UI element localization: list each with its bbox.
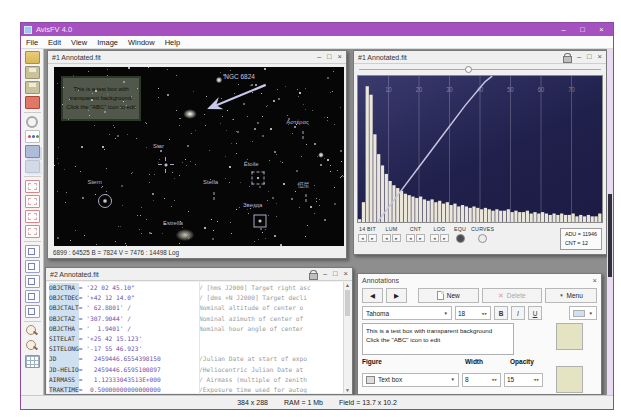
close-icon[interactable]: × [338, 53, 342, 61]
star-dot [261, 93, 262, 94]
copy-icon[interactable] [25, 145, 40, 158]
underline-button[interactable]: U [528, 306, 542, 320]
maximize-button[interactable]: □ [574, 24, 591, 35]
annotation-label[interactable]: Étoile [244, 161, 259, 167]
mdi-scrollbar[interactable] [607, 49, 613, 395]
rotate-icon[interactable] [26, 116, 38, 128]
save-as-icon[interactable] [25, 81, 40, 94]
menu-image[interactable]: Image [97, 38, 118, 47]
zoom-in-icon[interactable] [25, 325, 40, 338]
minimize-icon[interactable]: – [323, 270, 327, 278]
flip-horizontal-icon[interactable] [25, 195, 40, 208]
decrement-icon[interactable]: ◂ [358, 234, 367, 242]
close-icon[interactable]: × [598, 53, 602, 61]
menu-view[interactable]: View [71, 38, 87, 47]
zoom-width-icon[interactable] [25, 290, 40, 303]
decrement-icon[interactable]: ◂ [406, 234, 415, 242]
menu-button[interactable]: ▼ Menu [545, 288, 597, 303]
zoom-fit-icon[interactable] [25, 260, 40, 273]
resize-icon[interactable] [25, 180, 40, 193]
increment-icon[interactable]: ▸ [368, 234, 377, 242]
width-stepper[interactable]: 8 ◂▸ [462, 373, 501, 387]
font-size-stepper[interactable]: 18 ◂▸ [455, 306, 491, 320]
star-dot [340, 107, 341, 108]
star-dot [299, 207, 300, 208]
scroll-thumb[interactable] [345, 290, 350, 316]
slider-handle[interactable] [465, 66, 472, 73]
star-dot [306, 144, 307, 145]
spinner-arrows-icon[interactable]: ◂▸ [481, 311, 488, 316]
close-icon[interactable]: × [344, 270, 348, 278]
zoom-actual-icon[interactable] [25, 245, 40, 258]
annotation-label[interactable]: Stern [87, 179, 101, 185]
decrement-icon[interactable]: ◂ [382, 234, 391, 242]
bold-button[interactable]: B [494, 306, 508, 320]
spinner-arrows-icon[interactable]: ◂▸ [491, 377, 498, 382]
next-annotation-button[interactable]: ▶ [386, 288, 407, 303]
border-color-swatch[interactable] [556, 366, 583, 393]
figure-select[interactable]: Text box ▼ [362, 373, 459, 387]
paste-icon[interactable] [25, 160, 40, 173]
scroll-down-icon[interactable]: ▼ [345, 387, 350, 393]
mdi-scroll-thumb[interactable] [608, 194, 612, 277]
delete-annotation-button[interactable]: ✕ Delete [482, 288, 543, 303]
annotation-label[interactable]: Αστέρας [286, 119, 309, 125]
menu-edit[interactable]: Edit [48, 38, 61, 47]
fits-header-text[interactable]: OBJCTRA = '22 02 45.10"/ [hms J2000] Tar… [47, 282, 351, 393]
prev-annotation-button[interactable]: ◀ [362, 288, 383, 303]
menu-file[interactable]: File [26, 38, 38, 47]
minimize-button[interactable]: – [555, 24, 572, 35]
fits-header-titlebar[interactable]: #2 Annotated.fit – □ × [46, 268, 352, 281]
zoom-custom-icon[interactable] [25, 305, 40, 318]
pixel-grid-icon[interactable] [25, 355, 40, 368]
annotation-label-ngc[interactable]: NGC 6824 [224, 72, 255, 79]
annotation-label[interactable]: Star [153, 143, 164, 149]
increment-icon[interactable]: ▸ [416, 234, 425, 242]
equ-toggle[interactable] [456, 234, 465, 243]
close-button[interactable]: × [593, 24, 610, 35]
font-family-select[interactable]: Tahoma ▼ [362, 306, 452, 320]
star-field-image[interactable]: This is a test box with transparent back… [54, 67, 344, 246]
annotations-panel-titlebar[interactable]: Annotations × [358, 274, 601, 286]
menu-window[interactable]: Window [128, 38, 155, 47]
lock-icon[interactable] [563, 53, 571, 61]
color-dots-icon[interactable] [25, 130, 40, 143]
image-window-titlebar[interactable]: #1 Annotated.fit – □ × [48, 51, 346, 64]
decrement-icon[interactable]: ◂ [430, 234, 439, 242]
minimize-icon[interactable]: – [577, 53, 581, 61]
fill-color-swatch[interactable] [556, 323, 583, 350]
italic-button[interactable]: I [511, 306, 525, 320]
lock-icon[interactable] [309, 270, 317, 278]
zoom-out-icon[interactable] [25, 340, 40, 353]
histogram-window-titlebar[interactable]: #1 Annotated.fit – □ × [354, 51, 606, 64]
scroll-up-icon[interactable]: ▲ [345, 282, 350, 288]
annotation-label[interactable]: Stella [203, 179, 218, 185]
zoom-selection-icon[interactable] [25, 275, 40, 288]
menu-help[interactable]: Help [165, 38, 180, 47]
vertical-scrollbar[interactable]: ▲ ▼ [343, 282, 351, 393]
histogram-plot[interactable]: 10203040506070 [357, 75, 603, 223]
increment-icon[interactable]: ▸ [392, 234, 401, 242]
close-file-icon[interactable] [25, 96, 40, 109]
maximize-icon[interactable]: □ [587, 53, 592, 61]
spinner-arrows-icon[interactable]: ◂▸ [533, 377, 540, 382]
annotation-text-input[interactable]: This is a test box with transparent back… [362, 323, 514, 355]
crop-icon[interactable] [25, 210, 40, 223]
maximize-icon[interactable]: □ [333, 270, 338, 278]
curves-toggle[interactable] [478, 234, 487, 243]
increment-icon[interactable]: ▸ [440, 234, 449, 242]
annotation-label[interactable]: Звезда [243, 202, 262, 208]
annotation-label[interactable]: 恒星 [297, 181, 309, 190]
save-icon[interactable] [25, 66, 40, 79]
text-color-select[interactable]: ▼ [569, 306, 597, 320]
opacity-stepper[interactable]: 15 ◂▸ [504, 373, 543, 387]
minimize-icon[interactable]: – [317, 53, 321, 61]
maximize-icon[interactable]: □ [327, 53, 332, 61]
open-folder-icon[interactable] [25, 51, 40, 64]
histogram-slider[interactable] [357, 65, 603, 74]
annotation-label[interactable]: Estrella [163, 220, 183, 226]
new-annotation-button[interactable]: New [418, 288, 479, 303]
fits-comment: Nominal altitude of center o [199, 303, 303, 313]
rotate-left-icon[interactable] [25, 225, 40, 238]
close-icon[interactable]: × [593, 276, 597, 285]
